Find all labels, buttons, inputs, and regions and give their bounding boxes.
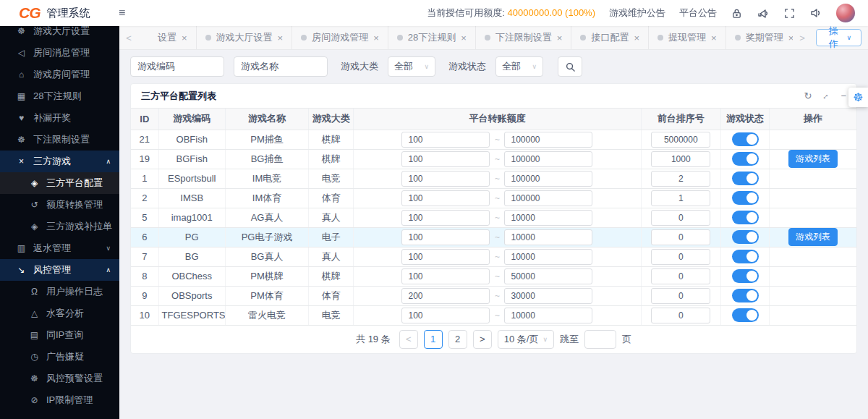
status-toggle[interactable] [732, 152, 759, 166]
status-toggle[interactable] [732, 250, 759, 263]
max-amount-input[interactable] [504, 268, 592, 284]
max-amount-input[interactable] [504, 190, 592, 206]
sidebar-item[interactable]: ⌂ 游戏房间管理 [0, 64, 119, 85]
sidebar-item[interactable]: Ω 用户操作日志 [0, 281, 119, 302]
game-list-button[interactable]: 游戏列表 [788, 228, 838, 246]
max-amount-input[interactable] [504, 249, 592, 265]
status-toggle[interactable] [732, 132, 759, 146]
game-code-input[interactable] [177, 58, 224, 75]
sidebar-item[interactable]: ▦ 28下注规则 [0, 85, 119, 107]
sidebar-item[interactable]: ⊘ IP限制管理 [0, 389, 119, 411]
min-amount-input[interactable] [401, 249, 490, 265]
max-amount-input[interactable] [504, 132, 592, 148]
sidebar-item[interactable]: ↘ 风控管理 ∧ [0, 259, 119, 281]
page-size-select[interactable]: 10 条/页 ∨ [498, 330, 554, 349]
page-button-1[interactable]: 1 [424, 330, 443, 349]
tab-close-icon[interactable]: × [182, 33, 187, 43]
tab-close-icon[interactable]: × [711, 33, 717, 43]
game-status-select[interactable]: 全部 ∨ [495, 56, 543, 77]
min-amount-input[interactable] [401, 308, 490, 323]
min-amount-input[interactable] [401, 171, 490, 187]
tab[interactable]: 游戏大厅设置 × [197, 26, 293, 49]
min-amount-input[interactable] [401, 288, 490, 304]
game-maintenance-link[interactable]: 游戏维护公告 [609, 7, 665, 20]
tab[interactable]: 提现管理 × [649, 26, 726, 49]
min-amount-input[interactable] [401, 229, 490, 245]
next-page-button[interactable]: > [473, 330, 492, 349]
sort-number-input[interactable] [651, 151, 710, 167]
sidebar-item[interactable]: × 三方游戏 ∧ [0, 151, 119, 172]
min-amount-input[interactable] [401, 210, 490, 226]
prev-page-button[interactable]: < [399, 330, 418, 349]
sort-number-input[interactable] [651, 308, 710, 323]
game-list-button[interactable]: 游戏列表 [788, 150, 838, 168]
max-amount-input[interactable] [504, 308, 592, 323]
tabs-scroll-right-icon[interactable]: > [793, 33, 812, 43]
sidebar-item[interactable]: ☸ 风控预警设置 [0, 368, 119, 389]
sidebar-item[interactable]: △ 水客分析 [0, 302, 119, 324]
status-toggle[interactable] [732, 191, 759, 205]
sidebar-item[interactable]: ☸ 下注限制设置 [0, 129, 119, 151]
platform-notice-link[interactable]: 平台公告 [679, 7, 717, 20]
status-toggle[interactable] [732, 172, 759, 185]
refresh-icon[interactable]: ↻ [804, 90, 812, 101]
sidebar-item[interactable]: ☸ 游戏大厅设置 [0, 26, 119, 42]
tab[interactable]: 28下注规则 × [388, 26, 476, 49]
sort-number-input[interactable] [651, 249, 710, 265]
search-button[interactable] [558, 56, 582, 77]
expand-icon[interactable]: ↕ [821, 90, 831, 101]
sidebar-item[interactable]: ◁ 房间消息管理 [0, 42, 119, 64]
min-amount-input[interactable] [401, 132, 490, 148]
settings-gear-button[interactable]: ☸ [848, 88, 868, 107]
jump-page-input[interactable] [584, 330, 616, 349]
fullscreen-icon[interactable] [783, 7, 796, 20]
sort-number-input[interactable] [651, 288, 710, 304]
sort-number-input[interactable] [651, 190, 710, 206]
sidebar-item[interactable]: ◈ 三方游戏补拉单 [0, 216, 119, 237]
promotion-megaphone-icon[interactable] [757, 7, 770, 20]
sound-icon[interactable] [809, 7, 822, 20]
sidebar-item[interactable]: ↺ 额度转换管理 [0, 194, 119, 216]
sidebar-item[interactable]: ▥ 返水管理 ∨ [0, 237, 119, 259]
sidebar-item[interactable]: ♥ 补漏开奖 [0, 107, 119, 129]
sort-number-input[interactable] [651, 132, 710, 148]
tab-close-icon[interactable]: × [557, 33, 563, 43]
tab[interactable]: 设置 × [138, 26, 197, 49]
sort-number-input[interactable] [651, 229, 710, 245]
lock-icon[interactable] [731, 7, 743, 20]
sidebar-item[interactable]: ▤ 同IP查询 [0, 324, 119, 346]
user-avatar[interactable] [836, 4, 855, 22]
tab[interactable]: 接口配置 × [571, 26, 649, 49]
max-amount-input[interactable] [504, 151, 592, 167]
status-toggle[interactable] [732, 289, 759, 302]
tabs-scroll-left-icon[interactable]: < [119, 33, 138, 43]
minimize-icon[interactable]: − [841, 90, 846, 101]
sidebar-item[interactable]: ◈ 三方平台配置 [0, 172, 119, 194]
status-toggle[interactable] [732, 211, 759, 224]
tab-close-icon[interactable]: × [461, 33, 467, 43]
max-amount-input[interactable] [504, 210, 592, 226]
tab-actions-button[interactable]: 操作 ∨ [816, 29, 861, 46]
max-amount-input[interactable] [504, 288, 592, 304]
sidebar-collapse-icon[interactable]: ≡ [119, 7, 125, 20]
tab-close-icon[interactable]: × [634, 33, 639, 43]
min-amount-input[interactable] [401, 151, 490, 167]
min-amount-input[interactable] [401, 190, 490, 206]
max-amount-input[interactable] [504, 229, 592, 245]
max-amount-input[interactable] [504, 171, 592, 187]
tab[interactable]: 奖期管理 × [726, 26, 793, 49]
sidebar-item[interactable]: ◷ 广告嫌疑 [0, 346, 119, 368]
page-button-2[interactable]: 2 [448, 330, 467, 349]
min-amount-input[interactable] [401, 268, 490, 284]
game-name-input[interactable] [281, 58, 327, 75]
status-toggle[interactable] [732, 269, 759, 283]
sort-number-input[interactable] [651, 268, 710, 284]
sort-number-input[interactable] [651, 210, 710, 226]
status-toggle[interactable] [732, 308, 759, 322]
tab-close-icon[interactable]: × [278, 33, 284, 43]
game-category-select[interactable]: 全部 ∨ [388, 56, 435, 77]
status-toggle[interactable] [732, 230, 759, 244]
tab[interactable]: 房间游戏管理 × [292, 26, 388, 49]
tab[interactable]: 下注限制设置 × [476, 26, 572, 49]
sort-number-input[interactable] [651, 171, 710, 187]
